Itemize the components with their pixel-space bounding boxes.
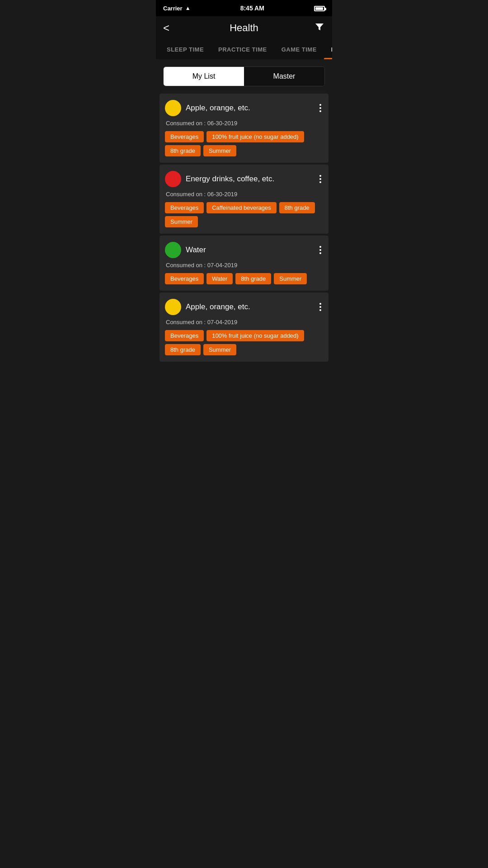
tag: 100% fruit juice (no sugar added) xyxy=(206,131,304,142)
tag: 8th grade xyxy=(279,202,315,213)
item-title: Energy drinks, coffee, etc. xyxy=(186,175,274,184)
status-time: 8:45 AM xyxy=(240,5,264,12)
nutrition-list: Apple, orange, etc. Consumed on : 06-30-… xyxy=(156,94,332,362)
tag: 8th grade xyxy=(165,344,201,355)
tab-nutrition[interactable]: NUTRITION xyxy=(324,40,332,59)
back-button[interactable]: < xyxy=(163,22,178,34)
status-dot xyxy=(165,299,181,315)
tag: Beverages xyxy=(165,273,204,284)
list-item: Energy drinks, coffee, etc. Consumed on … xyxy=(160,165,328,234)
more-options-button[interactable] xyxy=(318,173,323,185)
more-dot xyxy=(319,252,321,254)
more-dot xyxy=(319,249,321,251)
consumed-label: Consumed on : 07-04-2019 xyxy=(166,319,323,326)
tags-row: Beverages100% fruit juice (no sugar adde… xyxy=(165,330,323,355)
more-dot xyxy=(319,175,321,177)
carrier-label: Carrier xyxy=(163,5,183,12)
status-dot xyxy=(165,242,181,258)
item-header: Energy drinks, coffee, etc. xyxy=(165,171,323,187)
status-left: Carrier ▲ xyxy=(163,5,191,12)
item-header: Apple, orange, etc. xyxy=(165,100,323,116)
list-item: Water Consumed on : 07-04-2019 Beverages… xyxy=(160,236,328,291)
my-list-toggle[interactable]: My List xyxy=(164,67,244,86)
header: < Health xyxy=(156,16,332,40)
tag: 8th grade xyxy=(235,273,271,284)
tabs: SLEEP TIME PRACTICE TIME GAME TIME NUTRI… xyxy=(156,40,332,59)
more-options-button[interactable] xyxy=(318,244,323,256)
tag: Water xyxy=(206,273,233,284)
item-title-row: Apple, orange, etc. xyxy=(165,100,250,116)
tag: Caffeinated beverages xyxy=(206,202,277,213)
tags-row: BeveragesCaffeinated beverages8th gradeS… xyxy=(165,202,323,227)
battery-indicator xyxy=(314,5,325,11)
tag: Beverages xyxy=(165,330,204,341)
item-title: Water xyxy=(186,245,206,255)
more-options-button[interactable] xyxy=(318,301,323,313)
item-header: Apple, orange, etc. xyxy=(165,299,323,315)
toggle-container: My List Master xyxy=(156,59,332,94)
more-options-button[interactable] xyxy=(318,102,323,114)
item-title-row: Energy drinks, coffee, etc. xyxy=(165,171,274,187)
master-toggle[interactable]: Master xyxy=(244,67,324,86)
tab-practice[interactable]: PRACTICE TIME xyxy=(211,40,274,59)
more-dot xyxy=(319,104,321,106)
tag: 8th grade xyxy=(165,145,201,156)
item-header: Water xyxy=(165,242,323,258)
tag: Summer xyxy=(203,344,236,355)
item-title: Apple, orange, etc. xyxy=(186,302,250,311)
more-dot xyxy=(319,181,321,183)
wifi-icon: ▲ xyxy=(185,5,191,11)
tabs-container: SLEEP TIME PRACTICE TIME GAME TIME NUTRI… xyxy=(156,40,332,59)
more-dot xyxy=(319,107,321,109)
tag: Beverages xyxy=(165,202,204,213)
more-dot xyxy=(319,246,321,248)
consumed-label: Consumed on : 06-30-2019 xyxy=(166,191,323,198)
list-item: Apple, orange, etc. Consumed on : 06-30-… xyxy=(160,94,328,163)
filter-icon xyxy=(314,22,325,33)
page-title: Health xyxy=(230,22,258,34)
more-dot xyxy=(319,309,321,311)
tag: Beverages xyxy=(165,131,204,142)
tab-game[interactable]: GAME TIME xyxy=(274,40,324,59)
tab-sleep[interactable]: SLEEP TIME xyxy=(160,40,211,59)
more-dot xyxy=(319,178,321,180)
more-dot xyxy=(319,306,321,308)
consumed-label: Consumed on : 06-30-2019 xyxy=(166,120,323,127)
item-title-row: Apple, orange, etc. xyxy=(165,299,250,315)
tag: 100% fruit juice (no sugar added) xyxy=(206,330,304,341)
filter-button[interactable] xyxy=(310,22,325,34)
tags-row: BeveragesWater8th gradeSummer xyxy=(165,273,323,284)
tag: Summer xyxy=(274,273,307,284)
consumed-label: Consumed on : 07-04-2019 xyxy=(166,262,323,269)
item-title: Apple, orange, etc. xyxy=(186,104,250,113)
list-toggle: My List Master xyxy=(163,66,325,86)
tag: Summer xyxy=(165,216,198,227)
status-dot xyxy=(165,100,181,116)
status-dot xyxy=(165,171,181,187)
more-dot xyxy=(319,110,321,112)
list-item: Apple, orange, etc. Consumed on : 07-04-… xyxy=(160,292,328,362)
status-bar: Carrier ▲ 8:45 AM xyxy=(156,0,332,16)
more-dot xyxy=(319,303,321,305)
item-title-row: Water xyxy=(165,242,206,258)
tags-row: Beverages100% fruit juice (no sugar adde… xyxy=(165,131,323,156)
tag: Summer xyxy=(203,145,236,156)
